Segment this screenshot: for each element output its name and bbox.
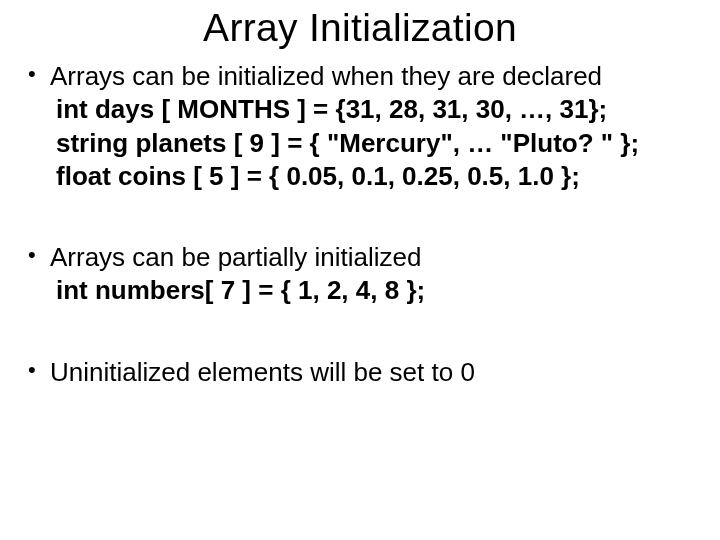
code-line: int numbers[ 7 ] = { 1, 2, 4, 8 }; [50,274,694,307]
bullet-item: Arrays can be partially initialized int … [26,241,694,308]
code-line: string planets [ 9 ] = { "Mercury", … "P… [50,127,694,160]
bullet-item: Arrays can be initialized when they are … [26,60,694,193]
bullet-lead: Uninitialized elements will be set to 0 [50,356,694,389]
slide-title: Array Initialization [26,6,694,50]
bullet-lead: Arrays can be initialized when they are … [50,60,694,93]
slide-body: Arrays can be initialized when they are … [26,60,694,389]
bullet-item: Uninitialized elements will be set to 0 [26,356,694,389]
code-line: int days [ MONTHS ] = {31, 28, 31, 30, …… [50,93,694,126]
bullet-lead: Arrays can be partially initialized [50,241,694,274]
slide: Array Initialization Arrays can be initi… [0,6,720,540]
code-line: float coins [ 5 ] = { 0.05, 0.1, 0.25, 0… [50,160,694,193]
